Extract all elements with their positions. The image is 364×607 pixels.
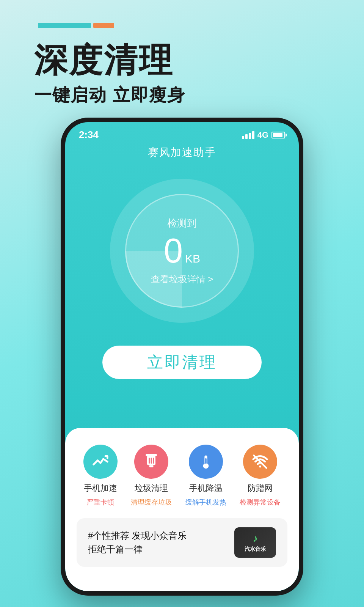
svg-rect-5 [205, 458, 207, 464]
music-note-icon: ♪ [253, 532, 258, 544]
app-title: 赛风加速助手 [65, 145, 299, 160]
detect-unit: KB [185, 252, 200, 265]
battery-icon [271, 132, 285, 138]
quick-actions: 手机加速 严重卡顿 垃圾清理 [77, 445, 287, 507]
phone-mockup: 2:34 4G 赛风加速助手 [61, 118, 303, 596]
music-thumb-inner: ♪ 汽水音乐 [234, 527, 276, 558]
action-desc-temp: 缓解手机发热 [185, 498, 226, 507]
svg-point-4 [203, 463, 209, 469]
action-icon-temp [189, 445, 223, 479]
hero-subtitle: 一键启动 立即瘦身 [34, 83, 185, 107]
action-icon-trash [134, 445, 168, 479]
action-name-temp: 手机降温 [189, 483, 223, 494]
signal-icon [242, 131, 254, 139]
action-icon-wifi [243, 445, 277, 479]
detect-number: 0 [164, 234, 183, 268]
phone-frame: 2:34 4G 赛风加速助手 [61, 118, 303, 596]
outer-circle: 检测到 0 KB 查看垃圾详情 > [110, 179, 254, 323]
action-trash[interactable]: 垃圾清理 清理缓存垃圾 [131, 445, 172, 507]
phone-screen: 2:34 4G 赛风加速助手 [65, 122, 299, 591]
status-icons: 4G [242, 130, 285, 140]
thermometer-icon [198, 453, 214, 470]
speed-icon [92, 453, 109, 470]
action-desc-wifi: 检测异常设备 [240, 498, 281, 507]
music-app-label: 汽水音乐 [245, 546, 266, 553]
music-thumbnail: ♪ 汽水音乐 [234, 527, 276, 558]
detect-value: 0 KB [164, 234, 200, 268]
music-subtitle: 拒绝千篇一律 [88, 544, 143, 554]
trash-icon [143, 453, 160, 470]
music-text: #个性推荐 发现小众音乐 拒绝千篇一律 [88, 529, 227, 556]
bottom-card: 手机加速 严重卡顿 垃圾清理 [65, 428, 299, 591]
action-name-wifi: 防蹭网 [248, 483, 273, 494]
detect-detail-link[interactable]: 查看垃圾详情 > [151, 273, 213, 285]
circle-area: 检测到 0 KB 查看垃圾详情 > [65, 179, 299, 323]
status-4g: 4G [257, 130, 268, 140]
deco-teal-line [38, 23, 91, 28]
action-name-trash: 垃圾清理 [135, 483, 168, 494]
action-temp[interactable]: 手机降温 缓解手机发热 [185, 445, 226, 507]
clean-button[interactable]: 立即清理 [102, 346, 262, 379]
action-icon-speed [83, 445, 118, 479]
music-card-title: #个性推荐 发现小众音乐 拒绝千篇一律 [88, 529, 227, 556]
music-card[interactable]: #个性推荐 发现小众音乐 拒绝千篇一律 ♪ 汽水音乐 [77, 518, 287, 567]
wifi-slash-icon [252, 453, 268, 470]
top-decoration [38, 23, 114, 28]
hero-title: 深度清理 [34, 38, 174, 83]
deco-orange-line [93, 23, 114, 28]
clean-button-area: 立即清理 [65, 346, 299, 379]
action-wifi[interactable]: 防蹭网 检测异常设备 [240, 445, 281, 507]
inner-circle[interactable]: 检测到 0 KB 查看垃圾详情 > [125, 194, 239, 308]
svg-rect-1 [146, 454, 157, 456]
svg-point-6 [259, 465, 262, 468]
battery-fill [273, 133, 282, 137]
action-desc-trash: 清理缓存垃圾 [131, 498, 172, 507]
svg-rect-2 [149, 465, 154, 467]
action-name-speed: 手机加速 [84, 483, 117, 494]
action-desc-speed: 严重卡顿 [87, 498, 114, 507]
music-hashtag: #个性推荐 发现小众音乐 [88, 530, 187, 541]
status-time: 2:34 [79, 129, 99, 141]
status-bar: 2:34 4G [65, 122, 299, 144]
action-speed[interactable]: 手机加速 严重卡顿 [83, 445, 118, 507]
detect-label: 检测到 [167, 217, 197, 230]
